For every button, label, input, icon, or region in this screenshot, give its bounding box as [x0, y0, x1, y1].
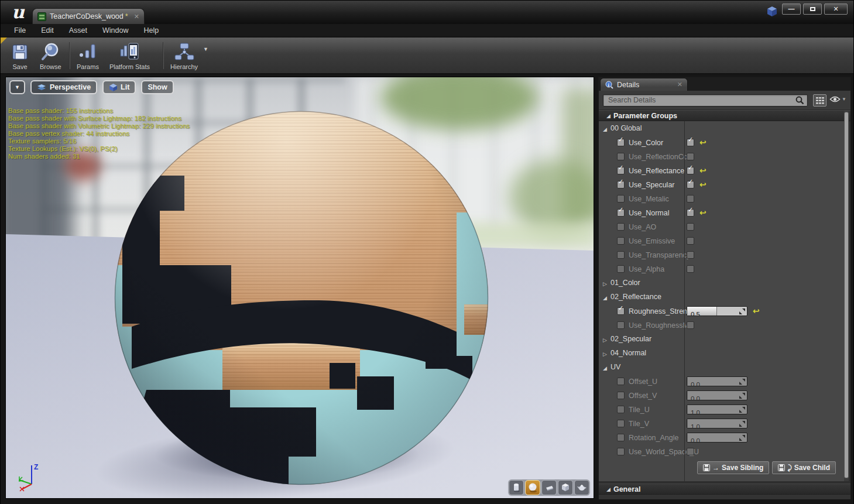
value-checkbox[interactable]	[687, 251, 694, 259]
override-checkbox[interactable]	[617, 139, 625, 146]
search-details-input[interactable]: Search Details	[603, 94, 808, 107]
param-use-emissive[interactable]: Use_Emissive	[599, 234, 845, 248]
param-use-reflectance[interactable]: Use_Reflectance↩	[599, 163, 845, 177]
value-checkbox[interactable]	[687, 139, 694, 146]
param-use-world-space-u[interactable]: Use_World_Space_U	[599, 444, 845, 458]
browse-button[interactable]: Browse	[35, 39, 67, 72]
lit-mode-button[interactable]: Lit	[102, 80, 136, 94]
override-checkbox[interactable]	[617, 434, 625, 441]
show-menu-button[interactable]: Show	[141, 80, 173, 94]
params-button[interactable]: Params	[71, 39, 104, 72]
value-checkbox[interactable]	[687, 167, 694, 174]
number-field[interactable]: 1.0	[687, 404, 747, 414]
value-checkbox[interactable]	[687, 195, 694, 203]
override-checkbox[interactable]	[617, 195, 625, 203]
number-field[interactable]: 0.5	[687, 306, 747, 316]
param-use-normal[interactable]: Use_Normal↩	[599, 205, 845, 220]
parameter-groups-header[interactable]: ◢ Parameter Groups	[599, 110, 850, 121]
value-checkbox[interactable]	[687, 223, 694, 231]
preview-mesh-plane[interactable]	[541, 480, 557, 495]
hierarchy-dropdown-icon[interactable]: ▼	[203, 46, 208, 52]
param-use-roughnessma[interactable]: Use_RoughnessMa	[599, 318, 845, 332]
close-button[interactable]: ✕	[824, 4, 848, 15]
group-04-normal[interactable]: ▷04_Normal	[599, 346, 845, 360]
override-checkbox[interactable]	[617, 378, 625, 385]
override-checkbox[interactable]	[617, 209, 625, 217]
expander-icon[interactable]: ▷	[603, 277, 611, 291]
override-checkbox[interactable]	[617, 392, 625, 399]
number-field[interactable]: 0.0	[687, 376, 747, 386]
material-preview-viewport[interactable]: ▼ Perspective Lit Show Base pass shader:…	[5, 77, 594, 499]
param-rotation-angle[interactable]: Rotation_Angle0.0	[599, 430, 845, 444]
group-01-color[interactable]: ▷01_Color	[599, 276, 845, 290]
value-checkbox[interactable]	[687, 321, 694, 329]
value-checkbox[interactable]	[687, 265, 694, 273]
view-options-button[interactable]: ▼	[829, 95, 846, 103]
param-use-metalic[interactable]: Use_Metalic	[599, 191, 845, 205]
hierarchy-button[interactable]: Hierarchy	[165, 39, 203, 72]
value-checkbox[interactable]	[687, 237, 694, 245]
asset-tab[interactable]: TeacherCoDesk_wood * ✕	[32, 8, 145, 24]
param-tile-v[interactable]: Tile_V1.0	[599, 416, 845, 430]
number-field[interactable]: 1.0	[687, 419, 747, 428]
preview-mesh-cylinder[interactable]	[509, 480, 524, 495]
override-checkbox[interactable]	[617, 448, 625, 455]
value-checkbox[interactable]	[687, 153, 694, 160]
param-use-transparency[interactable]: Use_Transparency	[599, 248, 845, 262]
menu-asset[interactable]: Asset	[61, 24, 95, 37]
property-matrix-button[interactable]	[813, 94, 826, 107]
override-checkbox[interactable]	[617, 420, 625, 427]
save-button[interactable]: Save	[5, 39, 35, 72]
expander-icon[interactable]: ◢	[603, 122, 611, 136]
override-checkbox[interactable]	[617, 251, 625, 259]
preview-mesh-teapot[interactable]	[574, 480, 589, 495]
menu-file[interactable]: File	[6, 24, 33, 37]
reset-to-default-icon[interactable]: ↩	[699, 205, 706, 220]
platform-stats-button[interactable]: Platform Stats	[104, 39, 155, 72]
menu-edit[interactable]: Edit	[33, 24, 61, 37]
reset-to-default-icon[interactable]: ↩	[699, 163, 706, 177]
expander-icon[interactable]: ▷	[603, 347, 611, 361]
param-tile-u[interactable]: Tile_U1.0	[599, 402, 845, 416]
reset-to-default-icon[interactable]: ↩	[699, 135, 706, 149]
general-header[interactable]: ◢ General	[599, 484, 850, 495]
group-02-specular[interactable]: ▷02_Specular	[599, 332, 845, 346]
perspective-button[interactable]: Perspective	[30, 80, 97, 94]
expander-icon[interactable]: ▷	[603, 333, 611, 347]
value-checkbox[interactable]	[687, 181, 694, 188]
details-tab[interactable]: i Details ✕	[600, 78, 688, 91]
override-checkbox[interactable]	[617, 167, 625, 174]
expander-icon[interactable]: ◢	[603, 361, 611, 375]
override-checkbox[interactable]	[617, 153, 625, 160]
override-checkbox[interactable]	[617, 406, 625, 413]
override-checkbox[interactable]	[617, 265, 625, 273]
save-child-button[interactable]: ⤸ Save Child	[772, 461, 836, 474]
param-offset-u[interactable]: Offset_U0.0	[599, 374, 845, 388]
minimize-button[interactable]: —	[782, 4, 801, 15]
column-divider[interactable]	[684, 121, 685, 481]
save-sibling-button[interactable]: → Save Sibling	[697, 461, 769, 474]
override-checkbox[interactable]	[617, 321, 625, 329]
param-roughness-strengt[interactable]: Roughness_Strengt0.5↩	[599, 304, 845, 318]
value-checkbox[interactable]	[687, 209, 694, 217]
value-checkbox[interactable]	[687, 448, 694, 455]
expander-icon[interactable]: ◢	[603, 291, 611, 305]
group-02-reflectance[interactable]: ◢02_Reflectance	[599, 290, 845, 304]
override-checkbox[interactable]	[617, 181, 625, 188]
scrollbar-thumb[interactable]	[844, 112, 849, 478]
viewport-options-button[interactable]: ▼	[9, 80, 25, 94]
override-checkbox[interactable]	[617, 223, 625, 231]
param-use-specular[interactable]: Use_Specular↩	[599, 177, 845, 191]
param-use-reflectioncolo[interactable]: Use_ReflectionColo	[599, 149, 845, 163]
param-use-color[interactable]: Use_Color↩	[599, 135, 845, 149]
maximize-button[interactable]	[803, 4, 822, 15]
override-checkbox[interactable]	[617, 237, 625, 245]
preview-mesh-cube[interactable]	[558, 480, 573, 495]
number-field[interactable]: 0.0	[687, 433, 747, 443]
preview-mesh-sphere[interactable]	[525, 480, 540, 495]
menu-help[interactable]: Help	[136, 24, 166, 37]
param-offset-v[interactable]: Offset_V0.0	[599, 388, 845, 402]
tab-close-icon[interactable]: ✕	[134, 13, 139, 20]
param-use-alpha[interactable]: Use_Alpha	[599, 262, 845, 276]
group-uv[interactable]: ◢UV	[599, 360, 845, 374]
